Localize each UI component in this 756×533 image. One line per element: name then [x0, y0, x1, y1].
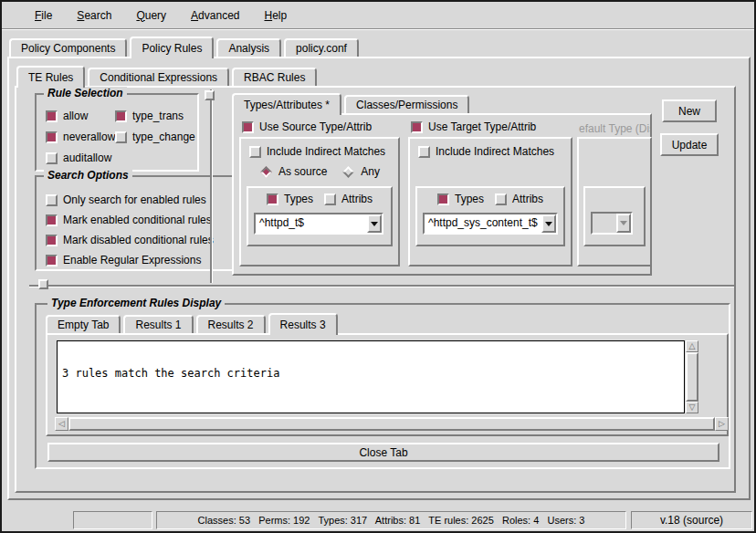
- checkbox-indicator: [249, 146, 261, 158]
- menu-help-rest: elp: [272, 9, 287, 22]
- checkbox-label: Attribs: [341, 193, 373, 205]
- update-button[interactable]: Update: [660, 133, 719, 156]
- target-combo-dropdown-button[interactable]: [541, 214, 556, 233]
- source-types-row: Types Attribs: [248, 193, 391, 205]
- menu-help[interactable]: Help: [264, 9, 287, 22]
- checkbox-label: Attribs: [512, 193, 543, 205]
- checkbox-label: type_change: [132, 131, 195, 143]
- checkbox-source-attribs[interactable]: Attribs: [324, 193, 373, 205]
- menu-search[interactable]: Search: [77, 9, 111, 22]
- tab-types-attributes[interactable]: Types/Attributes *: [232, 93, 341, 115]
- tab-rbac-rules[interactable]: RBAC Rules: [232, 68, 317, 86]
- blank-line: [62, 403, 679, 413]
- tab-conditional-expressions[interactable]: Conditional Expressions: [88, 68, 229, 86]
- tab-policy-rules[interactable]: Policy Rules: [130, 37, 214, 58]
- checkbox-label: Only search for enabled rules: [63, 193, 206, 206]
- target-type-combo[interactable]: ^httpd_sys_content_t$: [423, 213, 558, 235]
- default-type-combo: [591, 212, 633, 235]
- search-options-title: Search Options: [44, 169, 132, 182]
- checkbox-enable-regex[interactable]: Enable Regular Expressions: [46, 254, 236, 266]
- tab-results-3[interactable]: Results 3: [268, 313, 338, 335]
- checkbox-include-indirect-source[interactable]: Include Indirect Matches: [249, 145, 385, 158]
- tab-policy-conf[interactable]: policy.conf: [284, 38, 359, 57]
- checkbox-mark-enabled-conditional[interactable]: Mark enabled conditional rules: [46, 214, 236, 226]
- tab-results-2[interactable]: Results 2: [196, 315, 266, 333]
- checkbox-type-trans[interactable]: type_trans: [115, 110, 195, 122]
- chevron-down-icon: [545, 222, 552, 226]
- menu-file-rest: ile: [41, 9, 52, 22]
- rule-selection-group: Rule Selection allow type_trans neverall…: [35, 93, 199, 172]
- default-type-combo-value: [593, 214, 616, 233]
- checkbox-use-target-type[interactable]: Use Target Type/Attrib: [411, 120, 536, 133]
- radio-as-source[interactable]: As source: [259, 165, 327, 178]
- checkbox-label: Enable Regular Expressions: [63, 254, 201, 266]
- checkbox-include-indirect-target[interactable]: Include Indirect Matches: [418, 145, 554, 158]
- status-cell-empty: [73, 511, 152, 529]
- horizontal-sash: [29, 285, 734, 287]
- results-horizontal-scrollbar[interactable]: ◁ ▷: [55, 417, 729, 431]
- tab-analysis[interactable]: Analysis: [216, 38, 281, 57]
- menu-search-rest: earch: [84, 9, 111, 22]
- new-button[interactable]: New: [662, 99, 717, 122]
- checkbox-type-change[interactable]: type_change: [115, 131, 195, 143]
- vertical-sash-handle[interactable]: [205, 90, 215, 100]
- tab-policy-components[interactable]: Policy Components: [9, 38, 127, 57]
- rule-selection-title: Rule Selection: [44, 87, 127, 99]
- scroll-down-icon[interactable]: ▽: [686, 402, 698, 413]
- search-options-list: Only search for enabled rules Mark enabl…: [37, 177, 239, 270]
- checkbox-label: Types: [284, 193, 313, 205]
- menu-query[interactable]: Query: [136, 9, 166, 22]
- checkbox-label: Include Indirect Matches: [436, 145, 554, 158]
- checkbox-neverallow[interactable]: neverallow: [46, 131, 115, 143]
- results-textarea[interactable]: 3 rules match the search criteria (5822)…: [57, 340, 685, 413]
- checkbox-label: Mark disabled conditional rules: [63, 234, 214, 246]
- checkbox-indicator: [46, 235, 58, 246]
- scroll-right-icon[interactable]: ▷: [715, 417, 729, 431]
- checkbox-label: Mark enabled conditional rules: [63, 214, 212, 226]
- checkbox-source-types[interactable]: Types: [267, 193, 313, 205]
- tab-classes-permissions[interactable]: Classes/Permissions: [344, 95, 469, 113]
- radio-indicator: [342, 166, 354, 178]
- radio-label: As source: [278, 165, 327, 178]
- tab-te-rules[interactable]: TE Rules: [16, 66, 85, 88]
- menu-file[interactable]: File: [35, 9, 52, 22]
- checkbox-use-source-type[interactable]: Use Source Type/Attrib: [242, 120, 372, 133]
- vertical-scroll-thumb[interactable]: [686, 352, 698, 402]
- tab-empty[interactable]: Empty Tab: [46, 315, 121, 333]
- checkbox-label: Use Target Type/Attrib: [428, 120, 536, 133]
- target-type-combo-value[interactable]: ^httpd_sys_content_t$: [425, 214, 541, 233]
- checkbox-only-enabled-rules[interactable]: Only search for enabled rules: [46, 193, 236, 206]
- checkbox-indicator: [46, 131, 58, 143]
- horizontal-sash-handle[interactable]: [38, 279, 48, 289]
- checkbox-indicator: [495, 193, 507, 205]
- source-type-combo[interactable]: ^httpd_t$: [254, 213, 383, 235]
- checkbox-indicator: [267, 193, 278, 205]
- source-type-combo-value[interactable]: ^httpd_t$: [256, 214, 367, 233]
- apol-window: File Search Query Advanced Help Policy C…: [0, 0, 756, 533]
- checkbox-indicator: [242, 121, 254, 133]
- radio-any[interactable]: Any: [341, 165, 380, 178]
- scroll-left-icon[interactable]: ◁: [55, 417, 68, 431]
- rule-selection-options: allow type_trans neverallow type_change …: [37, 95, 197, 168]
- checkbox-indicator: [46, 152, 58, 164]
- results-vertical-scrollbar[interactable]: △ ▽: [686, 340, 698, 413]
- checkbox-allow[interactable]: allow: [46, 110, 115, 122]
- source-combo-dropdown-button[interactable]: [367, 214, 382, 233]
- checkbox-indicator: [46, 255, 58, 266]
- tab-results-1[interactable]: Results 1: [123, 315, 193, 333]
- results-tabs: Empty Tab Results 1 Results 2 Results 3: [46, 313, 341, 333]
- checkbox-target-types[interactable]: Types: [437, 193, 484, 205]
- close-tab-button[interactable]: Close Tab: [47, 443, 719, 462]
- menu-advanced[interactable]: Advanced: [191, 9, 239, 22]
- checkbox-indicator: [46, 214, 58, 226]
- default-type-label: efault Type (Disa: [579, 122, 650, 135]
- results-display-title: Type Enforcement Rules Display: [47, 297, 225, 309]
- scroll-up-icon[interactable]: △: [686, 340, 698, 352]
- source-radio-group: As source Any: [259, 165, 380, 178]
- checkbox-indicator: [46, 194, 58, 206]
- checkbox-target-attribs[interactable]: Attribs: [495, 193, 543, 205]
- checkbox-mark-disabled-conditional[interactable]: Mark disabled conditional rules: [46, 234, 236, 246]
- results-summary: 3 rules match the search criteria: [62, 368, 679, 380]
- checkbox-auditallow[interactable]: auditallow: [46, 152, 115, 164]
- horizontal-scroll-thumb[interactable]: [68, 417, 715, 431]
